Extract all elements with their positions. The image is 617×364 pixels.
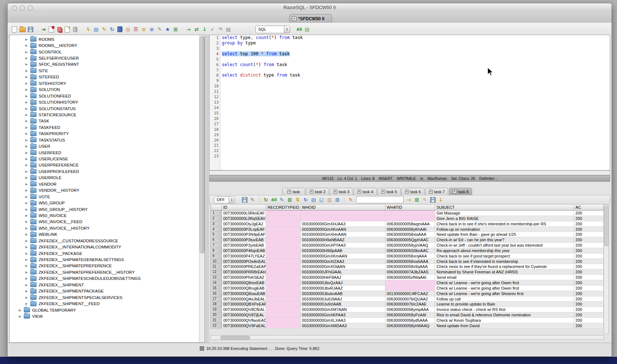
grid-cell[interactable]: 00T3000000Q8rexEAB — [222, 280, 266, 286]
grid-cell[interactable]: Check-in w/ Ed - can he join this year? — [435, 237, 574, 243]
tree-item-site[interactable]: ▶SITE — [10, 68, 204, 74]
grid-cell[interactable]: 200 — [574, 275, 604, 280]
tree-item-rooms[interactable]: ▶ROOMS — [10, 36, 204, 42]
grid-cell[interactable]: 0033000000JbukoAAB — [301, 291, 385, 296]
grid-cell[interactable]: 0033000000JFhGlAAL — [301, 269, 385, 275]
grid-cell[interactable]: 00T3000000QV8CfEAL — [222, 307, 266, 312]
open-file-button[interactable] — [19, 26, 26, 33]
disclosure-triangle-icon[interactable]: ▶ — [25, 233, 29, 236]
grid-cell[interactable]: 0033000000GmXPYAA3 — [301, 243, 385, 248]
row-number-cell[interactable]: 21 — [211, 318, 222, 323]
disclosure-triangle-icon[interactable]: ▶ — [25, 289, 29, 293]
database-object-button[interactable] — [72, 26, 79, 33]
tree-item-vote[interactable]: ▶VOTE — [10, 194, 204, 200]
tree-item-w50-invoice[interactable]: ▶W50_INVOICE — [10, 212, 204, 218]
disclosure-triangle-icon[interactable]: ▶ — [25, 75, 29, 79]
sql-editor[interactable]: 1234567891011121314151617181920212223 se… — [209, 35, 610, 170]
describe-list-button[interactable]: ▤ — [303, 26, 311, 33]
grid-cell[interactable] — [385, 286, 435, 291]
tree-item-zkfedex-shipmentpackage[interactable]: ▶ZKFEDEX__SHIPMENTPACKAGE — [10, 288, 204, 294]
grid-cell[interactable]: 00T3000000P47LYEAZ — [222, 254, 266, 259]
save-results-button[interactable] — [241, 196, 248, 203]
fetch-next-button[interactable]: ↓ — [201, 26, 208, 33]
column-header-ac[interactable]: AC — [574, 205, 604, 210]
grid-cell[interactable]: 200 — [574, 232, 604, 237]
indent-sql-button[interactable]: ≡ — [140, 26, 147, 33]
reload-table-button[interactable]: ↻ — [302, 196, 309, 203]
grid-cell[interactable] — [266, 275, 301, 280]
import-file-button[interactable]: ⇥ — [40, 26, 47, 33]
grid-cell[interactable]: 0033000000HirF8AAJ — [301, 275, 385, 280]
disclosure-triangle-icon[interactable]: ▶ — [25, 144, 29, 148]
grid-cell[interactable]: 00T3000000P3tuvEAB — [222, 237, 266, 243]
grid-cell[interactable]: 00T3000000P3LopEAF — [222, 227, 266, 232]
row-number-cell[interactable]: 5 — [211, 232, 222, 237]
disclosure-triangle-icon[interactable]: ▶ — [25, 226, 29, 230]
grid-cell[interactable]: 200 — [574, 221, 604, 227]
grid-cell[interactable] — [266, 291, 301, 296]
grid-cell[interactable]: Check nexis to see if they've found a re… — [435, 264, 574, 269]
disclosure-triangle-icon[interactable]: ▶ — [25, 69, 29, 73]
panel-splitter[interactable] — [205, 35, 209, 343]
tree-item-w50-group-history[interactable]: ▶W50_GROUP__HISTORY — [10, 206, 204, 212]
disclosure-triangle-icon[interactable]: ▶ — [25, 82, 29, 85]
favorites-star-button[interactable]: ★ — [164, 26, 171, 33]
grid-cell[interactable]: 200 — [574, 243, 604, 248]
result-tab-task-7[interactable]: ×task 7 — [425, 188, 448, 195]
tree-item-sitefeed[interactable]: ▶SITEFEED — [10, 74, 204, 80]
row-number-cell[interactable]: 1 — [211, 211, 222, 216]
tree-item-view[interactable]: ▶VIEW — [10, 313, 204, 319]
grid-cell[interactable] — [266, 254, 301, 259]
disclosure-triangle-icon[interactable]: ▶ — [25, 195, 29, 199]
grid-cell[interactable]: 00630000005xfWaAAI — [385, 275, 435, 280]
grid-cell[interactable]: 00T3000000PREZaEAP — [222, 264, 266, 269]
grid-cell[interactable] — [266, 211, 301, 216]
grid-cell[interactable] — [266, 232, 301, 237]
expand-tree-button[interactable]: ⊞ — [286, 196, 293, 203]
grid-cell[interactable]: 006300000058xlaAAA — [385, 232, 435, 237]
disclosure-triangle-icon[interactable]: ▶ — [25, 201, 29, 205]
copy-results-button[interactable]: ▥ — [326, 196, 333, 203]
grid-cell[interactable]: 00T3000000POeAnEAL — [222, 259, 266, 264]
save-grid-button[interactable] — [429, 196, 436, 203]
grid-cell[interactable]: 200 — [574, 296, 604, 302]
view-glasses-button[interactable]: 66 — [270, 196, 277, 203]
grid-cell[interactable]: Check w/ Kevin Tsujihara — [435, 318, 574, 323]
grid-vertical-scrollbar[interactable] — [604, 205, 609, 334]
tree-item-zkfedex-shipmatepreference-history[interactable]: ▶ZKFEDEX__SHIPMATEPREFERENCE__HISTORY — [10, 269, 204, 275]
grid-cell[interactable]: 200 — [574, 323, 604, 329]
export-table-button[interactable]: ⊞ — [172, 26, 179, 33]
row-number-cell[interactable]: 10 — [211, 259, 222, 264]
disclosure-triangle-icon[interactable]: ▶ — [25, 302, 29, 306]
statement-type-select[interactable]: SQL ▴▾ — [255, 26, 290, 33]
row-number-cell[interactable]: 14 — [211, 280, 222, 286]
grid-cell[interactable] — [266, 302, 301, 307]
grid-cell[interactable]: 00T3000000QBXPeEAP — [222, 302, 266, 307]
grid-cell[interactable]: 006300000058yKhAAI — [385, 227, 435, 232]
grid-vscroll-thumb[interactable] — [604, 206, 609, 246]
grid-cell[interactable] — [266, 237, 301, 243]
tree-item-vendor-history[interactable]: ▶VENDOR__HISTORY — [10, 187, 204, 194]
disclosure-triangle-icon[interactable]: ▶ — [25, 62, 29, 66]
result-tab-task[interactable]: ×task — [282, 188, 305, 195]
grid-cell[interactable]: 200 — [574, 312, 604, 318]
disclosure-triangle-icon[interactable]: ▶ — [25, 296, 29, 299]
row-number-cell[interactable]: 2 — [211, 216, 222, 221]
grid-cell[interactable] — [266, 216, 301, 221]
tree-item-userrole[interactable]: ▶USERROLE — [10, 175, 204, 181]
row-number-cell[interactable]: 12 — [211, 269, 222, 275]
disclosure-triangle-icon[interactable]: ▶ — [25, 170, 29, 173]
grid-cell[interactable] — [266, 227, 301, 232]
grid-cell[interactable] — [266, 259, 301, 264]
result-tab-task-2[interactable]: ×task 2 — [306, 188, 329, 195]
tree-item-taskpriority[interactable]: ▶TASKPRIORITY — [10, 131, 204, 137]
row-number-cell[interactable]: 6 — [211, 237, 222, 243]
results-search-input[interactable] — [356, 196, 404, 203]
grid-cell[interactable]: 200 — [574, 264, 604, 269]
row-number-cell[interactable]: 17 — [211, 296, 222, 302]
grid-cell[interactable]: Check w/ Leanne - we're going after Owen… — [435, 286, 574, 291]
disclosure-triangle-icon[interactable]: ▶ — [25, 100, 29, 104]
grid-cell[interactable]: 200 — [574, 259, 604, 264]
copy-document-button[interactable] — [56, 26, 63, 33]
tree-item-zkfedex-internationalcommodity[interactable]: ▶ZKFEDEX__INTERNATIONALCOMMODITY — [10, 244, 204, 250]
